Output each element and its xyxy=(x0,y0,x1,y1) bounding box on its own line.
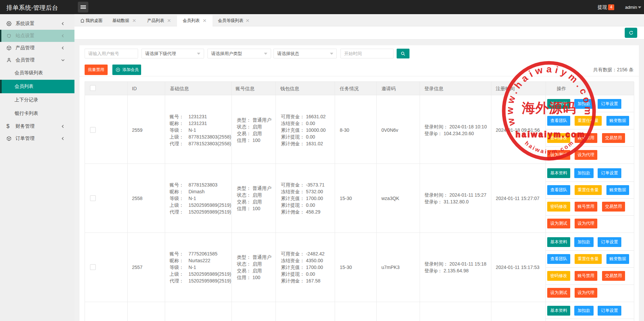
svg-text:海外源码: 海外源码 xyxy=(521,100,576,115)
svg-text:www.haiwaiym.com: www.haiwaiym.com xyxy=(504,64,593,127)
svg-text:haiwaiym.com: haiwaiym.com xyxy=(516,130,584,139)
